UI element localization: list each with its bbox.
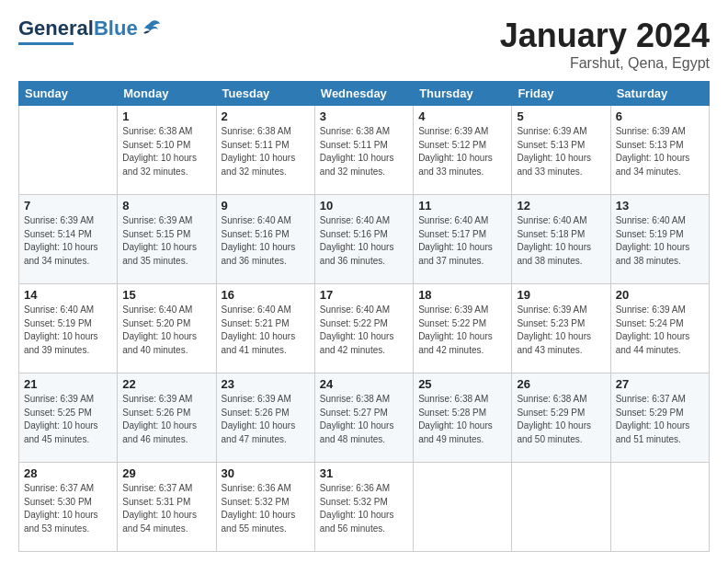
- day-number: 22: [122, 377, 210, 391]
- calendar-cell: 31Sunrise: 6:36 AM Sunset: 5:32 PM Dayli…: [314, 463, 413, 552]
- calendar-cell: 5Sunrise: 6:39 AM Sunset: 5:13 PM Daylig…: [512, 106, 610, 195]
- day-info: Sunrise: 6:39 AM Sunset: 5:12 PM Dayligh…: [418, 125, 506, 178]
- day-number: 23: [222, 377, 310, 391]
- col-wednesday: Wednesday: [314, 82, 413, 106]
- logo-bird-icon: [141, 18, 161, 39]
- calendar-cell: 2Sunrise: 6:38 AM Sunset: 5:11 PM Daylig…: [216, 106, 314, 195]
- day-info: Sunrise: 6:39 AM Sunset: 5:13 PM Dayligh…: [517, 125, 605, 178]
- day-number: 2: [222, 109, 310, 123]
- calendar-cell: 14Sunrise: 6:40 AM Sunset: 5:19 PM Dayli…: [19, 284, 118, 373]
- day-number: 14: [24, 288, 112, 302]
- day-number: 24: [320, 377, 408, 391]
- day-number: 11: [418, 199, 506, 213]
- day-info: Sunrise: 6:37 AM Sunset: 5:31 PM Dayligh…: [122, 482, 210, 535]
- calendar-cell: 1Sunrise: 6:38 AM Sunset: 5:10 PM Daylig…: [118, 106, 216, 195]
- day-info: Sunrise: 6:39 AM Sunset: 5:15 PM Dayligh…: [122, 214, 210, 268]
- calendar-cell: 6Sunrise: 6:39 AM Sunset: 5:13 PM Daylig…: [610, 106, 709, 195]
- day-number: 1: [122, 109, 210, 123]
- calendar-cell: 19Sunrise: 6:39 AM Sunset: 5:23 PM Dayli…: [512, 284, 610, 373]
- col-thursday: Thursday: [414, 82, 512, 106]
- calendar-week-1: 1Sunrise: 6:38 AM Sunset: 5:10 PM Daylig…: [19, 106, 710, 195]
- calendar-table: Sunday Monday Tuesday Wednesday Thursday…: [18, 81, 710, 552]
- day-info: Sunrise: 6:39 AM Sunset: 5:26 PM Dayligh…: [122, 393, 210, 446]
- day-number: 25: [418, 377, 506, 391]
- calendar-cell: 12Sunrise: 6:40 AM Sunset: 5:18 PM Dayli…: [512, 195, 610, 284]
- day-number: 21: [24, 377, 112, 391]
- day-info: Sunrise: 6:38 AM Sunset: 5:29 PM Dayligh…: [517, 393, 605, 446]
- calendar-cell: 24Sunrise: 6:38 AM Sunset: 5:27 PM Dayli…: [314, 373, 413, 463]
- day-number: 29: [122, 466, 210, 480]
- day-number: 15: [122, 288, 210, 302]
- calendar-cell: 15Sunrise: 6:40 AM Sunset: 5:20 PM Dayli…: [118, 284, 216, 373]
- day-info: Sunrise: 6:36 AM Sunset: 5:32 PM Dayligh…: [320, 482, 408, 535]
- col-monday: Monday: [118, 82, 216, 106]
- day-info: Sunrise: 6:39 AM Sunset: 5:23 PM Dayligh…: [517, 304, 605, 357]
- day-info: Sunrise: 6:40 AM Sunset: 5:19 PM Dayligh…: [24, 304, 112, 357]
- logo-underline: [18, 42, 74, 45]
- day-number: 19: [517, 288, 605, 302]
- day-info: Sunrise: 6:40 AM Sunset: 5:16 PM Dayligh…: [222, 214, 310, 268]
- day-info: Sunrise: 6:40 AM Sunset: 5:17 PM Dayligh…: [418, 214, 506, 268]
- calendar-week-5: 28Sunrise: 6:37 AM Sunset: 5:30 PM Dayli…: [19, 463, 710, 552]
- day-number: 31: [320, 466, 408, 480]
- col-saturday: Saturday: [610, 82, 709, 106]
- logo: General Blue: [18, 17, 161, 45]
- day-info: Sunrise: 6:40 AM Sunset: 5:18 PM Dayligh…: [517, 214, 605, 268]
- calendar-cell: [512, 463, 610, 552]
- day-info: Sunrise: 6:37 AM Sunset: 5:29 PM Dayligh…: [616, 393, 704, 446]
- day-info: Sunrise: 6:40 AM Sunset: 5:19 PM Dayligh…: [616, 214, 704, 268]
- day-number: 18: [418, 288, 506, 302]
- header: General Blue January 2024 Farshut, Qena,…: [18, 17, 710, 72]
- calendar-cell: [19, 106, 118, 195]
- day-number: 9: [222, 199, 310, 213]
- day-info: Sunrise: 6:38 AM Sunset: 5:11 PM Dayligh…: [320, 125, 408, 178]
- day-info: Sunrise: 6:39 AM Sunset: 5:22 PM Dayligh…: [418, 304, 506, 357]
- day-number: 3: [320, 109, 408, 123]
- col-friday: Friday: [512, 82, 610, 106]
- day-info: Sunrise: 6:40 AM Sunset: 5:20 PM Dayligh…: [122, 304, 210, 357]
- logo-blue: Blue: [94, 17, 138, 40]
- day-info: Sunrise: 6:40 AM Sunset: 5:16 PM Dayligh…: [320, 214, 408, 268]
- day-info: Sunrise: 6:39 AM Sunset: 5:13 PM Dayligh…: [616, 125, 704, 178]
- calendar-cell: 3Sunrise: 6:38 AM Sunset: 5:11 PM Daylig…: [314, 106, 413, 195]
- day-number: 27: [616, 377, 704, 391]
- day-number: 13: [616, 199, 704, 213]
- day-number: 16: [222, 288, 310, 302]
- day-number: 30: [222, 466, 310, 480]
- calendar-cell: 7Sunrise: 6:39 AM Sunset: 5:14 PM Daylig…: [19, 195, 118, 284]
- day-info: Sunrise: 6:39 AM Sunset: 5:14 PM Dayligh…: [24, 214, 112, 268]
- col-sunday: Sunday: [19, 82, 118, 106]
- calendar-week-2: 7Sunrise: 6:39 AM Sunset: 5:14 PM Daylig…: [19, 195, 710, 284]
- day-number: 7: [24, 199, 112, 213]
- col-tuesday: Tuesday: [216, 82, 314, 106]
- day-info: Sunrise: 6:38 AM Sunset: 5:10 PM Dayligh…: [122, 125, 210, 178]
- day-number: 17: [320, 288, 408, 302]
- calendar-cell: 25Sunrise: 6:38 AM Sunset: 5:28 PM Dayli…: [414, 373, 512, 463]
- day-info: Sunrise: 6:39 AM Sunset: 5:25 PM Dayligh…: [24, 393, 112, 446]
- calendar-cell: 23Sunrise: 6:39 AM Sunset: 5:26 PM Dayli…: [216, 373, 314, 463]
- day-number: 20: [616, 288, 704, 302]
- day-info: Sunrise: 6:36 AM Sunset: 5:32 PM Dayligh…: [222, 482, 310, 535]
- day-info: Sunrise: 6:39 AM Sunset: 5:24 PM Dayligh…: [616, 304, 704, 357]
- day-info: Sunrise: 6:38 AM Sunset: 5:28 PM Dayligh…: [418, 393, 506, 446]
- day-number: 28: [24, 466, 112, 480]
- location: Farshut, Qena, Egypt: [500, 55, 710, 72]
- day-number: 10: [320, 199, 408, 213]
- calendar-cell: 11Sunrise: 6:40 AM Sunset: 5:17 PM Dayli…: [414, 195, 512, 284]
- day-number: 5: [517, 109, 605, 123]
- calendar-cell: 27Sunrise: 6:37 AM Sunset: 5:29 PM Dayli…: [610, 373, 709, 463]
- calendar-cell: 22Sunrise: 6:39 AM Sunset: 5:26 PM Dayli…: [118, 373, 216, 463]
- day-info: Sunrise: 6:38 AM Sunset: 5:11 PM Dayligh…: [222, 125, 310, 178]
- calendar-cell: 10Sunrise: 6:40 AM Sunset: 5:16 PM Dayli…: [314, 195, 413, 284]
- calendar-cell: 17Sunrise: 6:40 AM Sunset: 5:22 PM Dayli…: [314, 284, 413, 373]
- calendar-cell: [414, 463, 512, 552]
- title-block: January 2024 Farshut, Qena, Egypt: [500, 17, 710, 72]
- calendar-page: General Blue January 2024 Farshut, Qena,…: [0, 0, 728, 563]
- day-info: Sunrise: 6:37 AM Sunset: 5:30 PM Dayligh…: [24, 482, 112, 535]
- day-info: Sunrise: 6:40 AM Sunset: 5:21 PM Dayligh…: [222, 304, 310, 357]
- day-info: Sunrise: 6:40 AM Sunset: 5:22 PM Dayligh…: [320, 304, 408, 357]
- calendar-cell: 13Sunrise: 6:40 AM Sunset: 5:19 PM Dayli…: [610, 195, 709, 284]
- day-info: Sunrise: 6:39 AM Sunset: 5:26 PM Dayligh…: [222, 393, 310, 446]
- calendar-week-3: 14Sunrise: 6:40 AM Sunset: 5:19 PM Dayli…: [19, 284, 710, 373]
- day-number: 26: [517, 377, 605, 391]
